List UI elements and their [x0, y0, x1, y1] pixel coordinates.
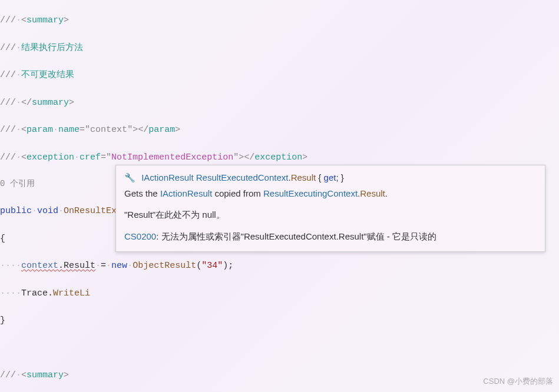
wrench-icon: 🔧: [124, 171, 135, 185]
code-line: ///·<summary>: [0, 368, 559, 382]
code-line: ///·<exception·cref="NotImplementedExcep…: [0, 151, 559, 164]
tooltip-signature: 🔧 IActionResult ResultExecutedContext.Re…: [124, 171, 537, 185]
code-line: ///·<summary>: [0, 14, 559, 27]
code-line: ///·</summary>: [0, 96, 559, 109]
code-line: ····Trace.WriteLi: [0, 287, 559, 300]
code-line: ····context.Result·=·new·ObjectResult("3…: [0, 259, 559, 273]
tooltip-error: CS0200: 无法为属性或索引器"ResultExecutedContext.…: [124, 230, 537, 244]
hover-target[interactable]: Result: [64, 261, 95, 271]
code-line: }: [0, 314, 559, 327]
watermark: CSDN @小费的部落: [483, 376, 553, 387]
code-line: ///·不可更改结果: [0, 68, 559, 82]
tooltip-null-state: "Result"在此处不为 null。: [124, 208, 537, 222]
code-line: ///·<param·name="context"></param>: [0, 123, 559, 137]
tooltip-description: Gets the IActionResult copied from Resul…: [124, 187, 537, 201]
code-line: ///·结果执行后方法: [0, 41, 559, 55]
code-line: [0, 341, 559, 355]
intellisense-tooltip: 🔧 IActionResult ResultExecutedContext.Re…: [115, 165, 545, 252]
